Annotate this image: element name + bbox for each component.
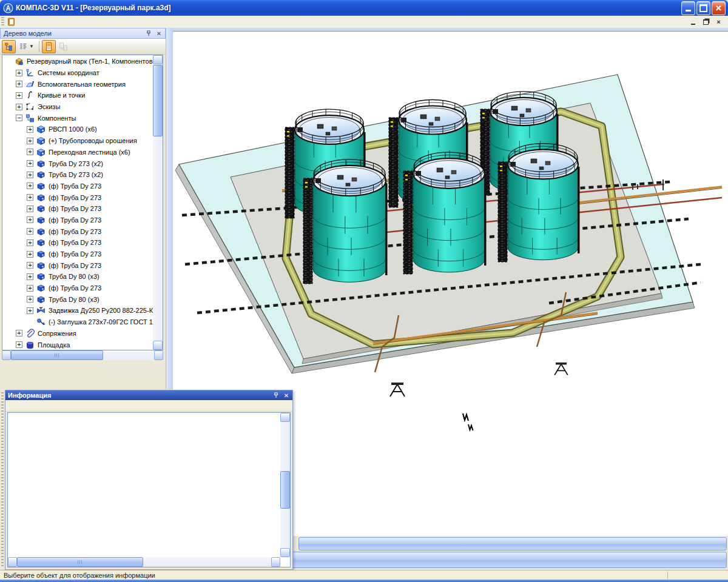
- info-close-button[interactable]: ✕: [282, 392, 291, 400]
- tree-item[interactable]: + (ф) Труба Dy 273: [2, 283, 153, 294]
- tree-item[interactable]: + (ф) Труба Dy 273: [2, 192, 153, 203]
- toolbar-button[interactable]: [2, 40, 16, 53]
- tree-item[interactable]: + Переходная лестница (x6): [2, 147, 153, 158]
- toolbar-button[interactable]: [56, 40, 70, 53]
- expand-toggle[interactable]: +: [27, 194, 33, 201]
- scroll-left-button[interactable]: [8, 557, 17, 567]
- document-icon[interactable]: [6, 17, 16, 27]
- dock-grip[interactable]: [0, 390, 5, 570]
- expand-toggle[interactable]: +: [27, 251, 33, 258]
- scroll-right-button[interactable]: [271, 557, 280, 567]
- expand-toggle[interactable]: +: [27, 182, 33, 189]
- tree-hscroll-thumb[interactable]: [11, 350, 103, 360]
- expand-toggle[interactable]: +: [27, 296, 33, 303]
- tree-vscrollbar[interactable]: [153, 55, 163, 350]
- docked-bar-lower[interactable]: [290, 552, 727, 568]
- expand-toggle[interactable]: +: [27, 285, 33, 292]
- info-vscrollbar[interactable]: [280, 413, 290, 557]
- mdi-close-button[interactable]: ×: [714, 18, 723, 26]
- tree-item[interactable]: + (ф) Труба Dy 273: [2, 215, 153, 226]
- tree-item[interactable]: + (ф) Труба Dy 273: [2, 226, 153, 237]
- tree-item[interactable]: + (ф) Труба Dy 273: [2, 259, 153, 271]
- menu-item[interactable]: [87, 20, 96, 24]
- expand-toggle[interactable]: +: [27, 172, 33, 178]
- tree-item[interactable]: + Эскизы: [2, 101, 153, 113]
- pin-button[interactable]: [272, 392, 280, 400]
- menu-item[interactable]: [62, 20, 70, 24]
- expand-toggle[interactable]: +: [16, 341, 22, 348]
- menu-item[interactable]: [53, 20, 62, 24]
- expand-toggle[interactable]: −: [16, 115, 22, 121]
- expand-toggle[interactable]: +: [27, 273, 33, 280]
- minimize-button[interactable]: [681, 1, 695, 15]
- tree-item[interactable]: + (ф) Труба Dy 273: [2, 181, 153, 192]
- dock-splitter[interactable]: [166, 28, 173, 389]
- tree-item[interactable]: + Системы координат: [2, 67, 153, 79]
- menu-item[interactable]: [5, 404, 15, 407]
- tree-item[interactable]: (-) Заглушка 273х7-09Г2С ГОСТ 17379: [2, 316, 153, 328]
- toolbar-grip[interactable]: [1, 17, 4, 27]
- scroll-up-button[interactable]: [153, 55, 163, 64]
- expand-toggle[interactable]: +: [16, 92, 22, 99]
- tree-item[interactable]: + Вспомогательная геометрия: [2, 78, 153, 90]
- expand-toggle[interactable]: +: [16, 70, 22, 76]
- expand-toggle[interactable]: +: [16, 81, 22, 87]
- expand-toggle[interactable]: +: [27, 160, 33, 167]
- tree-item[interactable]: + Труба Dy 80 (x3): [2, 271, 153, 283]
- tree-item[interactable]: + Сопряжения: [2, 328, 153, 340]
- expand-toggle[interactable]: +: [27, 216, 33, 223]
- info-window[interactable]: Информация ✕: [5, 390, 293, 570]
- scroll-down-button[interactable]: [153, 341, 163, 350]
- tree-item[interactable]: + Площадка: [2, 339, 153, 350]
- menu-item[interactable]: [36, 20, 45, 24]
- tree-item[interactable]: + Труба Dy 80 (x3): [2, 293, 153, 305]
- scroll-up-button[interactable]: [280, 413, 290, 422]
- tree-item[interactable]: + Труба Dy 273 (x2): [2, 169, 153, 181]
- info-hscrollbar[interactable]: [8, 557, 280, 567]
- restore-button[interactable]: [696, 1, 710, 15]
- expand-toggle[interactable]: +: [27, 307, 33, 314]
- menu-item[interactable]: [19, 20, 28, 24]
- scroll-right-button[interactable]: [154, 350, 163, 360]
- tree-item[interactable]: + Кривые и точки: [2, 90, 153, 101]
- tree-item[interactable]: + РВСП 1000 (x6): [2, 124, 153, 135]
- tree-item[interactable]: + (ф) Труба Dy 273: [2, 203, 153, 215]
- toolbar-button[interactable]: ▼: [16, 40, 36, 53]
- toolbar-button[interactable]: [42, 40, 56, 53]
- menu-item[interactable]: [70, 20, 79, 24]
- tree-item[interactable]: + Труба Dy 273 (x2): [2, 158, 153, 169]
- expand-toggle[interactable]: +: [27, 228, 33, 235]
- menu-item[interactable]: [28, 20, 36, 24]
- scroll-left-button[interactable]: [2, 350, 11, 360]
- tree-item[interactable]: Резервуарный парк (Тел-1, Компонентов-46…: [2, 56, 153, 67]
- expand-toggle[interactable]: +: [16, 104, 22, 110]
- expand-toggle[interactable]: +: [16, 330, 22, 336]
- tree-item[interactable]: + (ф) Труба Dy 273: [2, 237, 153, 249]
- info-vscroll-thumb[interactable]: [280, 471, 290, 509]
- close-button[interactable]: ✕: [712, 1, 726, 15]
- tree-item[interactable]: + (+) Трубопроводы орошения: [2, 135, 153, 147]
- expand-toggle[interactable]: +: [27, 206, 33, 212]
- mdi-minimize-button[interactable]: [689, 18, 698, 26]
- expand-toggle[interactable]: +: [27, 239, 33, 246]
- tree-panel-header[interactable]: Дерево модели ✕: [0, 28, 166, 39]
- expand-toggle[interactable]: +: [27, 126, 33, 133]
- mdi-restore-button[interactable]: [701, 18, 710, 26]
- info-title-bar[interactable]: Информация ✕: [5, 390, 292, 400]
- info-hscroll-thumb[interactable]: [17, 557, 143, 567]
- menu-item[interactable]: [15, 404, 25, 407]
- scroll-down-button[interactable]: [280, 548, 290, 557]
- expand-toggle[interactable]: +: [27, 149, 33, 155]
- docked-bar-upper[interactable]: [298, 537, 727, 550]
- expand-toggle[interactable]: +: [27, 262, 33, 269]
- tree-item[interactable]: − Компоненты: [2, 112, 153, 124]
- menu-item[interactable]: [45, 20, 53, 24]
- panel-close-button[interactable]: ✕: [155, 30, 163, 38]
- title-bar[interactable]: КОМПАС-3D V11 - [Резервуарный парк.a3d] …: [0, 0, 728, 16]
- tree-hscrollbar[interactable]: [2, 350, 163, 360]
- pin-button[interactable]: [144, 30, 153, 38]
- menu-item[interactable]: [79, 20, 87, 24]
- expand-toggle[interactable]: +: [27, 138, 33, 144]
- tree-item[interactable]: + Задвижка Ду250 Ру200 882-225-КЗ Пр: [2, 305, 153, 316]
- tree-item[interactable]: + (ф) Труба Dy 273: [2, 249, 153, 260]
